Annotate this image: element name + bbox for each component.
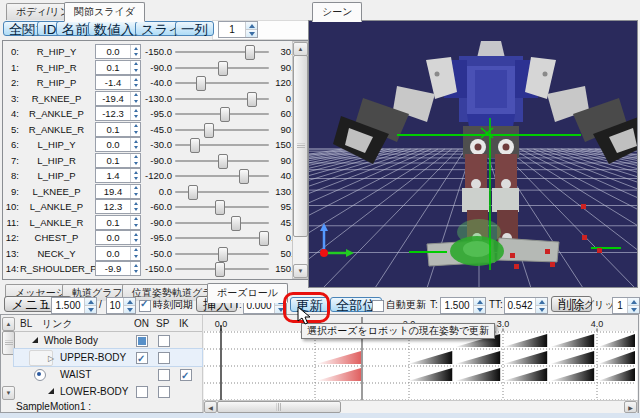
scene-3d-viewport[interactable] [308, 20, 638, 288]
joint-value-spinner[interactable]: 19.4 [95, 184, 141, 199]
joint-slider[interactable] [175, 122, 269, 137]
scene-render[interactable] [309, 21, 637, 287]
sp-checkbox[interactable] [158, 386, 170, 398]
joint-slider[interactable] [175, 44, 269, 59]
slider-handle[interactable] [204, 123, 214, 138]
joint-slider[interactable] [175, 184, 269, 199]
joint-slider[interactable] [175, 91, 269, 106]
base-link-radio[interactable] [34, 369, 46, 381]
expander-open-icon[interactable] [48, 388, 54, 394]
tab-pose-roll[interactable]: ポーズロール [207, 283, 288, 303]
on-checkbox[interactable] [136, 386, 148, 398]
time2-spinner[interactable]: 1.500 [440, 297, 486, 314]
joint-slider[interactable] [175, 246, 269, 261]
spinner-arrows[interactable] [245, 22, 257, 37]
joint-value-spinner[interactable]: 0.1 [95, 215, 141, 230]
joint-row: 4:R_ANKLE_P-12.3-95.060.0 [3, 106, 293, 121]
time-sync-checkbox[interactable] [139, 300, 151, 312]
col-bl[interactable]: BL [20, 316, 32, 331]
joint-slider[interactable] [175, 230, 269, 245]
joint-value-spinner[interactable]: 0.1 [95, 122, 141, 137]
sp-checkbox[interactable] [158, 369, 170, 381]
spinner-arrows[interactable] [627, 298, 639, 313]
slider-handle[interactable] [259, 231, 269, 246]
joint-value-spinner[interactable]: 0.0 [95, 137, 141, 152]
joint-value-spinner[interactable]: 0.0 [95, 246, 141, 261]
scroll-up-icon[interactable]: ▲ [293, 42, 308, 56]
transition-time2-spinner[interactable]: 0.542 [504, 297, 548, 314]
tree-row-lower-body[interactable]: LOWER-BODY [14, 383, 202, 400]
joint-row: 12:CHEST_P0.0-95.00.0 [3, 230, 293, 245]
joint-slider[interactable] [175, 75, 269, 90]
slider-handle[interactable] [220, 107, 230, 122]
sp-checkbox[interactable] [158, 352, 170, 364]
joint-value-spinner[interactable]: -1.4 [95, 75, 141, 90]
timeline-scroll-left-icon[interactable]: ◀ [204, 401, 217, 413]
slider-handle[interactable] [231, 216, 241, 231]
joint-value-spinner[interactable]: 1.4 [95, 168, 141, 183]
joint-slider[interactable] [175, 106, 269, 121]
spin-up-icon[interactable] [249, 24, 255, 28]
slider-handle[interactable] [218, 247, 228, 262]
on-checkbox[interactable] [136, 335, 148, 347]
slider-handle[interactable] [218, 154, 228, 169]
slider-handle[interactable] [245, 45, 255, 60]
timeline-scrollbar-thumb[interactable] [217, 401, 341, 413]
tab-joint-slider[interactable]: 関節スライダ [64, 2, 145, 22]
tree-row-waist[interactable]: WAIST [14, 366, 202, 383]
tree-row-label[interactable]: WAIST [60, 366, 91, 383]
tree-row-label[interactable]: UPPER-BODY [60, 349, 126, 366]
timeline-scroll-right-icon[interactable]: ▶ [624, 401, 637, 413]
joint-slider[interactable] [175, 137, 269, 152]
col-ik[interactable]: IK [179, 316, 188, 331]
joint-slider[interactable] [175, 60, 269, 75]
joint-slider[interactable] [175, 215, 269, 230]
denominator-spinner[interactable]: 10 [106, 297, 136, 314]
joint-value-spinner[interactable]: 0.1 [95, 60, 141, 75]
grid-spinner[interactable]: 1 [612, 297, 640, 314]
joint-value-spinner[interactable]: -19.4 [95, 91, 141, 106]
slider-handle[interactable] [190, 138, 200, 153]
slider-handle[interactable] [218, 61, 228, 76]
expander-closed-icon[interactable]: ▷ [48, 350, 54, 367]
slider-handle[interactable] [196, 76, 206, 91]
sp-checkbox[interactable] [158, 335, 170, 347]
col-sp[interactable]: SP [156, 316, 169, 331]
joint-slider[interactable] [175, 261, 269, 276]
slider-handle[interactable] [215, 200, 225, 215]
joint-value-spinner[interactable]: 12.3 [95, 199, 141, 214]
col-on[interactable]: ON [134, 316, 149, 331]
slider-handle[interactable] [247, 92, 257, 107]
joint-value-spinner[interactable]: -9.9 [95, 261, 141, 276]
col-link[interactable]: リンク [42, 316, 73, 331]
tree-row-label[interactable]: LOWER-BODY [60, 383, 128, 400]
on-checkbox[interactable] [136, 352, 148, 364]
tree-row-label[interactable]: Whole Body [44, 332, 98, 349]
joint-value-spinner[interactable]: 0.0 [95, 44, 141, 59]
spinner-arrows[interactable] [123, 298, 135, 313]
spinner-arrows[interactable] [535, 298, 547, 313]
joint-slider[interactable] [175, 199, 269, 214]
tree-row-upper-body[interactable]: ▷UPPER-BODY [14, 349, 202, 366]
slider-handle[interactable] [215, 262, 225, 277]
joint-slider[interactable] [175, 168, 269, 183]
slider-handle[interactable] [239, 169, 249, 184]
joint-scrollbar-thumb[interactable] [293, 55, 308, 237]
joint-toolbar-button-5[interactable]: 一列 [175, 21, 214, 36]
joint-value-spinner[interactable]: 0.1 [95, 153, 141, 168]
scroll-down-icon[interactable]: ▼ [293, 264, 308, 278]
joint-value-spinner[interactable]: -12.3 [95, 106, 141, 121]
spin-down-icon[interactable] [249, 32, 255, 36]
expander-open-icon[interactable] [32, 337, 38, 343]
ik-checkbox[interactable] [180, 369, 192, 381]
joint-value-spinner[interactable]: 0.0 [95, 230, 141, 245]
spinner-arrows[interactable] [84, 298, 96, 313]
time-spinner[interactable]: 1.500 [51, 297, 97, 314]
joint-slider[interactable] [175, 153, 269, 168]
auto-update-checkbox[interactable] [372, 300, 384, 312]
spinner-arrows[interactable] [473, 298, 485, 313]
column-count-spinner[interactable]: 1 [218, 21, 258, 38]
tree-row-whole-body[interactable]: Whole Body [14, 332, 202, 349]
slider-handle[interactable] [188, 185, 198, 200]
tab-scene[interactable]: シーン [312, 2, 362, 22]
